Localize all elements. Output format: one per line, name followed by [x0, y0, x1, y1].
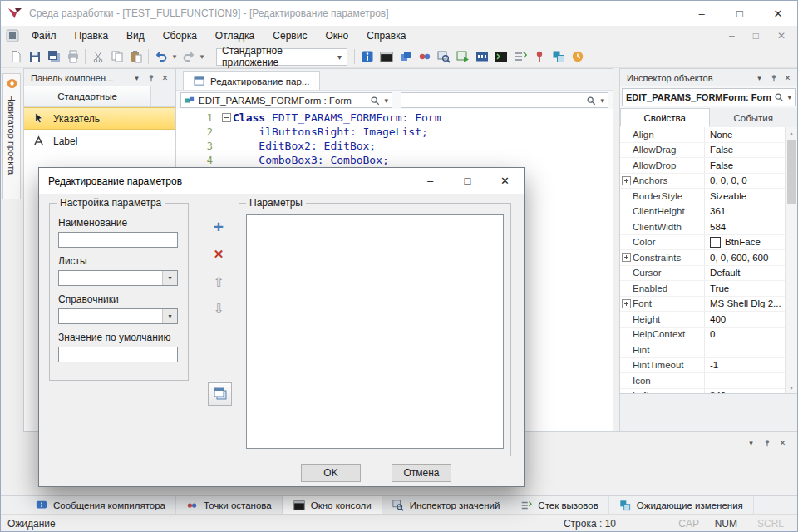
property-value[interactable]: None: [705, 130, 797, 140]
new-file-button[interactable]: [6, 47, 25, 66]
expand-icon[interactable]: [622, 176, 631, 185]
minimize-button[interactable]: –: [682, 1, 721, 26]
scrollbar-thumb[interactable]: [787, 140, 796, 204]
property-row[interactable]: AlignNone: [620, 127, 797, 143]
pending-changes-button[interactable]: [549, 47, 568, 66]
mdi-minimize-button[interactable]: –: [729, 30, 735, 42]
menu-item[interactable]: Справка: [357, 26, 415, 46]
print-button[interactable]: [63, 47, 82, 66]
close-button[interactable]: ✕: [759, 1, 797, 26]
property-row[interactable]: Height400: [620, 312, 797, 328]
property-row[interactable]: Constraints0, 0, 600, 600: [620, 250, 797, 266]
panel-menu-icon[interactable]: ▾: [745, 439, 757, 447]
property-row[interactable]: Hint: [620, 342, 797, 358]
paste-button[interactable]: [126, 47, 145, 66]
form-preview-button[interactable]: [208, 382, 232, 406]
property-row[interactable]: EnabledTrue: [620, 281, 797, 297]
dialog-close-button[interactable]: ✕: [486, 168, 524, 194]
property-row[interactable]: HintTimeout-1: [620, 358, 797, 374]
console-window-button[interactable]: [377, 47, 396, 66]
code-line[interactable]: 1Class EDIT_PARAMS_FORMForm: Form: [176, 111, 613, 125]
component-item[interactable]: Указатель: [24, 107, 175, 130]
expand-icon[interactable]: [622, 299, 631, 308]
undo-dropdown-icon[interactable]: ▾: [170, 52, 179, 61]
symbol-select[interactable]: EDIT_PARAMS_FORMForm : Form ▾: [180, 92, 392, 108]
info-window-button[interactable]: [357, 47, 377, 66]
property-value[interactable]: False: [705, 160, 797, 170]
component-list-button[interactable]: [396, 47, 415, 66]
property-value[interactable]: 400: [705, 314, 797, 324]
move-down-button[interactable]: ⇩: [209, 299, 228, 318]
menu-item[interactable]: Правка: [66, 26, 118, 46]
dialog-maximize-button[interactable]: □: [449, 168, 486, 194]
property-value[interactable]: 0, 0, 0, 0: [705, 175, 797, 185]
editor-tab[interactable]: Редактирование пар...: [183, 71, 320, 90]
menu-item[interactable]: Вид: [117, 26, 154, 46]
cut-button[interactable]: [88, 47, 107, 66]
bottom-tab[interactable]: Стек вызовов: [510, 496, 608, 514]
property-value[interactable]: BtnFace: [705, 237, 797, 248]
field-input[interactable]: [58, 347, 178, 362]
panel-close-icon[interactable]: ✕: [781, 74, 794, 82]
tab-events[interactable]: События: [710, 108, 798, 127]
tab-properties[interactable]: Свойства: [620, 108, 710, 127]
code-line[interactable]: 4 ComboBox3: ComboBox;: [176, 153, 613, 167]
menu-item[interactable]: Сборка: [154, 26, 206, 46]
menu-item[interactable]: Отладка: [206, 26, 264, 46]
run-form-button[interactable]: [453, 47, 472, 66]
save-all-button[interactable]: [44, 47, 63, 66]
bottom-tab[interactable]: Инспектор значений: [382, 496, 511, 514]
breakpoints-button[interactable]: [415, 47, 434, 66]
editor-search-input[interactable]: [405, 94, 582, 107]
field-combo[interactable]: ▾: [58, 270, 178, 286]
inspector-scrollbar[interactable]: ▲ ▼: [785, 127, 797, 393]
menu-item[interactable]: Сервис: [264, 26, 316, 46]
pin-icon[interactable]: [767, 74, 780, 82]
property-value[interactable]: 361: [705, 206, 797, 216]
combo-dropdown-icon[interactable]: ▾: [162, 309, 177, 323]
scroll-up-icon[interactable]: ▲: [786, 127, 797, 139]
property-value[interactable]: -1: [705, 360, 797, 370]
pin-icon[interactable]: [145, 74, 157, 82]
property-row[interactable]: ClientHeight361: [620, 204, 797, 220]
property-row[interactable]: CursorDefault: [620, 266, 797, 282]
project-navigator-tab[interactable]: Навигатор проекта: [2, 73, 21, 200]
redo-dropdown-icon[interactable]: ▾: [198, 52, 206, 61]
mdi-restore-button[interactable]: □: [753, 30, 759, 42]
field-input[interactable]: [58, 232, 178, 248]
bottom-tab[interactable]: Окно консоли: [283, 496, 382, 514]
property-value[interactable]: True: [705, 283, 797, 293]
delete-parameter-button[interactable]: ✕: [209, 245, 228, 264]
fold-collapse-icon[interactable]: [222, 113, 231, 122]
cancel-button[interactable]: Отмена: [392, 464, 451, 482]
panel-menu-icon[interactable]: ▾: [131, 74, 143, 82]
menu-item[interactable]: Окно: [316, 26, 357, 46]
property-value[interactable]: MS Shell Dlg 2...: [705, 298, 797, 308]
property-row[interactable]: ClientWidth584: [620, 219, 797, 235]
code-line[interactable]: 3 EditBox2: EditBox;: [176, 139, 613, 153]
search-icon[interactable]: [774, 92, 784, 102]
property-value[interactable]: Default: [705, 268, 797, 278]
code-line[interactable]: 2 ilButtonsRight: ImageList;: [176, 125, 613, 139]
property-row[interactable]: BorderStyleSizeable: [620, 189, 797, 204]
property-value[interactable]: Sizeable: [705, 191, 797, 201]
ok-button[interactable]: OK: [301, 464, 361, 482]
property-row[interactable]: Anchors0, 0, 0, 0: [620, 174, 797, 190]
search-icon[interactable]: [370, 96, 380, 106]
pin-icon[interactable]: [761, 439, 773, 447]
redo-button[interactable]: [179, 47, 198, 66]
field-combo[interactable]: ▾: [58, 308, 178, 324]
property-row[interactable]: Icon: [620, 373, 797, 389]
search-icon[interactable]: [586, 96, 596, 106]
property-value[interactable]: 0, 0, 600, 600: [705, 253, 797, 263]
move-up-button[interactable]: ⇧: [209, 273, 228, 291]
history-button[interactable]: [568, 47, 587, 66]
parameters-listbox[interactable]: [246, 214, 504, 449]
scroll-down-icon[interactable]: ▼: [786, 382, 797, 393]
undo-button[interactable]: [151, 47, 170, 66]
tab-standard-components[interactable]: Стандартные: [24, 86, 151, 106]
property-row[interactable]: FontMS Shell Dlg 2...: [620, 297, 797, 313]
call-stack-button[interactable]: [510, 47, 530, 66]
property-value[interactable]: 584: [705, 222, 797, 232]
save-button[interactable]: [25, 47, 44, 66]
